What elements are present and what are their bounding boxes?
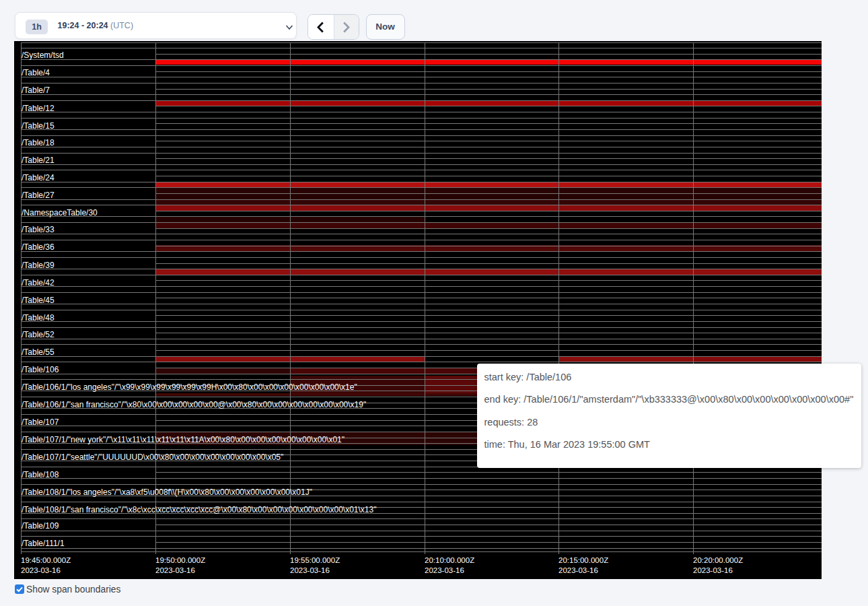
svg-text:/Table/106/1/"san francisco"/": /Table/106/1/"san francisco"/"\x80\x00\x… (22, 400, 366, 409)
svg-text:/Table/7: /Table/7 (22, 86, 50, 95)
svg-text:/Table/18: /Table/18 (22, 138, 55, 147)
svg-text:/Table/107/1/"seattle"/"UUUUUU: /Table/107/1/"seattle"/"UUUUUUD\x00\x80\… (22, 452, 283, 462)
svg-text:19:45:00.000Z: 19:45:00.000Z (21, 556, 71, 564)
svg-text:/Table/45: /Table/45 (22, 296, 55, 305)
svg-text:/Table/39: /Table/39 (22, 261, 55, 270)
svg-text:/Table/109: /Table/109 (22, 521, 59, 531)
svg-text:2023-03-16: 2023-03-16 (693, 566, 733, 574)
svg-text:/Table/12: /Table/12 (22, 104, 55, 113)
svg-text:/Table/36: /Table/36 (22, 242, 55, 252)
svg-text:/Table/4: /Table/4 (22, 68, 50, 77)
svg-text:/Table/106: /Table/106 (22, 365, 59, 374)
svg-text:/Table/15: /Table/15 (22, 121, 55, 131)
svg-text:19:55:00.000Z: 19:55:00.000Z (290, 556, 340, 564)
svg-text:/Table/107/1/"new york"/"\x11\: /Table/107/1/"new york"/"\x11\x11\x11\x1… (22, 435, 345, 444)
svg-text:/Table/21: /Table/21 (22, 156, 55, 165)
svg-text:/Table/111/1: /Table/111/1 (22, 539, 65, 548)
svg-text:/Table/52: /Table/52 (22, 330, 55, 339)
svg-text:19:50:00.000Z: 19:50:00.000Z (155, 556, 205, 564)
svg-text:/Table/106/1/"los angeles"/"\x: /Table/106/1/"los angeles"/"\x99\x99\x99… (22, 382, 357, 392)
svg-text:/System/tsd: /System/tsd (22, 50, 64, 60)
svg-text:/NamespaceTable/30: /NamespaceTable/30 (22, 208, 98, 217)
svg-text:/Table/107: /Table/107 (22, 417, 59, 427)
svg-text:2023-03-16: 2023-03-16 (155, 566, 195, 574)
svg-text:/Table/108: /Table/108 (22, 470, 59, 479)
svg-text:/Table/48: /Table/48 (22, 313, 55, 323)
svg-text:/Table/27: /Table/27 (22, 191, 55, 200)
svg-text:/Table/108/1/"san francisco"/": /Table/108/1/"san francisco"/"\x8c\xcc\x… (22, 505, 376, 514)
svg-text:/Table/42: /Table/42 (22, 278, 55, 288)
svg-text:2023-03-16: 2023-03-16 (558, 566, 598, 574)
svg-text:20:20:00.000Z: 20:20:00.000Z (693, 556, 743, 564)
svg-text:2023-03-16: 2023-03-16 (425, 566, 464, 574)
svg-text:/Table/108/1/"los angeles"/"\x: /Table/108/1/"los angeles"/"\xa8\xf5\u00… (22, 487, 312, 497)
svg-text:/Table/33: /Table/33 (22, 225, 55, 234)
svg-text:2023-03-16: 2023-03-16 (290, 566, 330, 574)
svg-text:20:15:00.000Z: 20:15:00.000Z (558, 556, 608, 564)
svg-text:2023-03-16: 2023-03-16 (21, 566, 61, 574)
svg-text:/Table/55: /Table/55 (22, 347, 55, 357)
svg-text:/Table/24: /Table/24 (22, 173, 55, 182)
svg-text:20:10:00.000Z: 20:10:00.000Z (425, 556, 474, 564)
